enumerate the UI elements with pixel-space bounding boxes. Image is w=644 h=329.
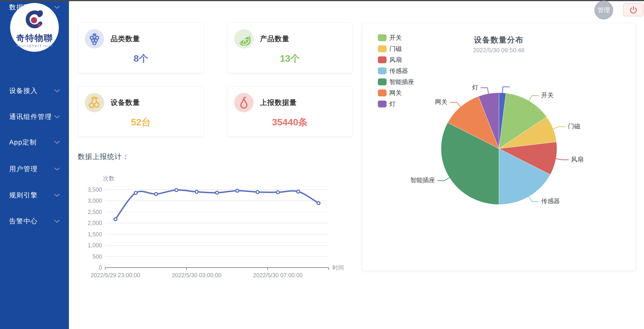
stat-card-value: 35440条 <box>227 116 352 129</box>
sidebar-item-label: 用户管理 <box>9 163 38 175</box>
svg-text:2022/5/30 03:00:00: 2022/5/30 03:00:00 <box>172 272 221 278</box>
chevron-down-icon <box>54 6 60 9</box>
line-chart-title: 数据上报统计： <box>78 152 129 162</box>
svg-text:时间: 时间 <box>332 264 344 271</box>
svg-text:3,500: 3,500 <box>88 186 102 193</box>
logo-subtitle-text: IOTKIT <box>27 44 42 48</box>
chevron-down-icon <box>54 220 60 223</box>
svg-text:风扇: 风扇 <box>571 156 583 163</box>
stat-card-label: 产品数量 <box>260 34 289 44</box>
svg-text:次数: 次数 <box>103 175 114 182</box>
avatar[interactable]: 管理 <box>594 1 613 20</box>
svg-text:开关: 开关 <box>541 92 554 99</box>
svg-text:2022/5/30 07:00:00: 2022/5/30 07:00:00 <box>253 272 302 278</box>
chevron-down-icon <box>54 115 60 119</box>
svg-text:0: 0 <box>99 264 102 271</box>
stat-card-value: 52台 <box>78 116 204 129</box>
sidebar-item-device-access[interactable]: 设备接入 <box>0 85 69 97</box>
sidebar-item-label: App定制 <box>9 136 37 148</box>
svg-text:网关: 网关 <box>435 99 448 105</box>
chevron-down-icon <box>54 141 60 144</box>
avatar-label: 管理 <box>598 6 610 14</box>
svg-text:500: 500 <box>92 253 102 260</box>
svg-text:传感器: 传感器 <box>541 198 560 205</box>
power-icon <box>629 5 638 14</box>
svg-text:门磁: 门磁 <box>568 123 580 130</box>
grapes-icon <box>85 29 104 49</box>
svg-text:1,500: 1,500 <box>88 231 102 237</box>
pear-icon <box>234 93 254 112</box>
sidebar-item-label: 设备接入 <box>9 85 38 97</box>
pie-chart-card: 设备数量分布 2022/5/30 09:50:48 开关门磁风扇传感器智能插座网… <box>362 23 636 271</box>
svg-text:1,000: 1,000 <box>88 242 102 248</box>
sidebar-item-rule-engine[interactable]: 规则引擎 <box>0 189 69 201</box>
sidebar-item-label: 规则引擎 <box>9 189 38 201</box>
sidebar-item-comm-components[interactable]: 通讯组件管理 <box>0 111 69 123</box>
sidebar-item-user-management[interactable]: 用户管理 <box>0 163 69 175</box>
stat-card-products: 产品数量 13个 <box>227 23 352 73</box>
stat-card-value: 8个 <box>78 52 204 65</box>
svg-text:2,500: 2,500 <box>88 209 102 215</box>
pie-chart: 开关门磁风扇传感器智能插座网关灯 <box>362 23 635 270</box>
stat-card-categories: 品类数量 8个 <box>78 23 204 73</box>
logo-title: 奇特物聯 <box>16 33 53 43</box>
svg-text:3,000: 3,000 <box>88 197 102 204</box>
stat-card-label: 设备数量 <box>110 98 140 107</box>
cherries-icon <box>85 93 104 112</box>
sidebar-item-label: 通讯组件管理 <box>9 111 52 123</box>
stat-card-label: 上报数据量 <box>260 98 297 107</box>
window-top-strip <box>0 0 644 1</box>
stat-card-value: 13个 <box>227 52 352 65</box>
sidebar-item-alarm-center[interactable]: 告警中心 <box>0 215 69 227</box>
sidebar-item-app-custom[interactable]: App定制 <box>0 136 69 148</box>
chevron-down-icon <box>54 194 60 197</box>
sidebar-item-data-visualization[interactable]: 数据可见化 <box>0 1 69 13</box>
stat-card-reports: 上报数据量 35440条 <box>227 86 352 137</box>
logo-subtitle: IOTKIT <box>16 44 53 48</box>
logout-button[interactable] <box>623 3 644 16</box>
lemon-icon <box>234 29 254 49</box>
sidebar-item-label: 告警中心 <box>9 215 38 227</box>
svg-text:2,000: 2,000 <box>88 220 102 226</box>
stat-card-devices: 设备数量 52台 <box>78 86 204 137</box>
svg-text:智能插座: 智能插座 <box>410 177 435 184</box>
chevron-down-icon <box>54 89 60 93</box>
stat-card-label: 品类数量 <box>110 34 140 44</box>
line-chart: 05001,0001,5002,0002,5003,0003,5002022/5… <box>87 170 358 281</box>
sidebar-item-label: 数据可见化 <box>9 1 45 13</box>
svg-text:灯: 灯 <box>472 84 478 91</box>
chevron-down-icon <box>54 167 60 171</box>
svg-text:2022/5/29 23:00:00: 2022/5/29 23:00:00 <box>90 272 140 278</box>
sidebar: 奇特物聯 IOTKIT 设备接入 通讯组件管理 App定制 用户管理 规则引擎 … <box>0 1 69 329</box>
